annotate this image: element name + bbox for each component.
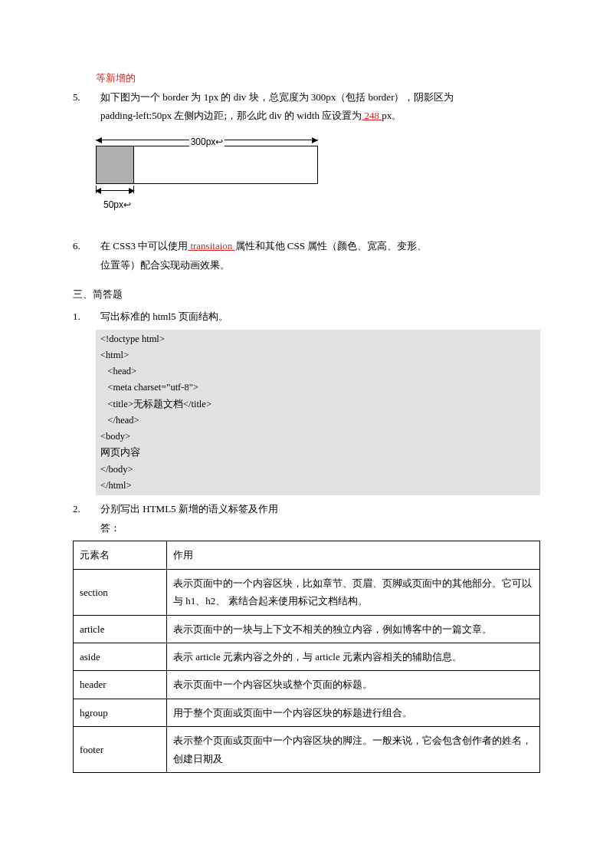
table-row: article 表示页面中的一块与上下文不相关的独立内容，例如博客中的一篇文章。 — [74, 615, 540, 643]
q5-answer: 248 — [362, 110, 382, 121]
prev-answer-fragment: 等新增的 — [96, 72, 136, 84]
code-line: <head> — [100, 363, 536, 380]
diagram-content-area — [134, 146, 317, 183]
cell-purpose: 用于整个页面或页面中一个内容区块的标题进行组合。 — [167, 699, 540, 726]
sa1-number: 1. — [73, 307, 100, 327]
box-model-diagram: 300px↩ 50px↩ — [96, 133, 318, 214]
short-answer-1: 1. 写出标准的 html5 页面结构。 — [73, 307, 540, 327]
code-line: </html> — [100, 478, 536, 494]
table-row: aside 表示 article 元素内容之外的，与 article 元素内容相… — [74, 643, 540, 671]
q5-text-2: padding-left:50px 左侧内边距;，那么此 div 的 width… — [100, 110, 362, 121]
sa2-text: 分别写出 HTML5 新增的语义标签及作用 — [100, 503, 278, 515]
cell-element: article — [74, 615, 167, 643]
cell-element: section — [74, 569, 167, 615]
code-line: </head> — [100, 413, 536, 429]
table-header-row: 元素名 作用 — [74, 541, 540, 569]
q6-answer: transitaion — [188, 240, 234, 252]
table-row: hgroup 用于整个页面或页面中一个内容区块的标题进行组合。 — [74, 699, 540, 726]
question-6: 6. 在 CSS3 中可以使用 transitaion 属性和其他 CSS 属性… — [73, 237, 540, 275]
question-5: 5. 如下图为一个 border 为 1px 的 div 块，总宽度为 300p… — [73, 88, 540, 126]
code-line: <body> — [100, 429, 536, 445]
semantic-tags-table: 元素名 作用 section 表示页面中的一个内容区块，比如章节、页眉、页脚或页… — [73, 541, 540, 773]
th-purpose: 作用 — [167, 541, 540, 569]
q5-text-1: 如下图为一个 border 为 1px 的 div 块，总宽度为 300px（包… — [100, 91, 454, 103]
q6-text-3: 位置等）配合实现动画效果。 — [100, 259, 230, 271]
th-element: 元素名 — [74, 541, 167, 569]
cell-purpose: 表示页面中的一块与上下文不相关的独立内容，例如博客中的一篇文章。 — [167, 615, 540, 643]
diagram-padding-area — [97, 146, 134, 183]
q6-text-2: 属性和其他 CSS 属性（颜色、宽高、变形、 — [235, 240, 428, 252]
cell-element: header — [74, 671, 167, 699]
cell-element: aside — [74, 643, 167, 671]
cell-element: hgroup — [74, 699, 167, 726]
sa2-number: 2. — [73, 500, 100, 538]
cell-purpose: 表示页面中一个内容区块或整个页面的标题。 — [167, 671, 540, 699]
cell-purpose: 表示整个页面或页面中一个内容区块的脚注。一般来说，它会包含创作者的姓名，创建日期… — [167, 727, 540, 773]
q6-number: 6. — [73, 237, 100, 275]
code-line: </body> — [100, 462, 536, 478]
table-row: section 表示页面中的一个内容区块，比如章节、页眉、页脚或页面中的其他部分… — [74, 569, 540, 615]
table-row: footer 表示整个页面或页面中一个内容区块的脚注。一般来说，它会包含创作者的… — [74, 727, 540, 773]
sa1-text: 写出标准的 html5 页面结构。 — [100, 307, 540, 327]
table-row: header 表示页面中一个内容区块或整个页面的标题。 — [74, 671, 540, 699]
sa2-answer-label: 答： — [100, 522, 120, 534]
code-line: 网页内容 — [100, 445, 536, 461]
q5-text-3: px。 — [382, 110, 402, 121]
diagram-padding-label: 50px↩ — [103, 196, 318, 214]
cell-purpose: 表示 article 元素内容之外的，与 article 元素内容相关的辅助信息… — [167, 643, 540, 671]
code-line: <title>无标题文档</title> — [100, 396, 536, 413]
section-3-title: 三、简答题 — [73, 285, 540, 304]
html5-structure-code: <!doctype html> <html> <head> <meta char… — [96, 330, 540, 496]
code-line: <!doctype html> — [100, 331, 536, 347]
diagram-width-label: 300px↩ — [189, 133, 225, 151]
short-answer-2: 2. 分别写出 HTML5 新增的语义标签及作用 答： — [73, 500, 540, 538]
q5-number: 5. — [73, 88, 100, 126]
cell-purpose: 表示页面中的一个内容区块，比如章节、页眉、页脚或页面中的其他部分。它可以与 h1… — [167, 569, 540, 615]
q6-text-1: 在 CSS3 中可以使用 — [100, 240, 188, 252]
cell-element: footer — [74, 727, 167, 773]
code-line: <meta charset="utf-8"> — [100, 380, 536, 396]
code-line: <html> — [100, 347, 536, 363]
